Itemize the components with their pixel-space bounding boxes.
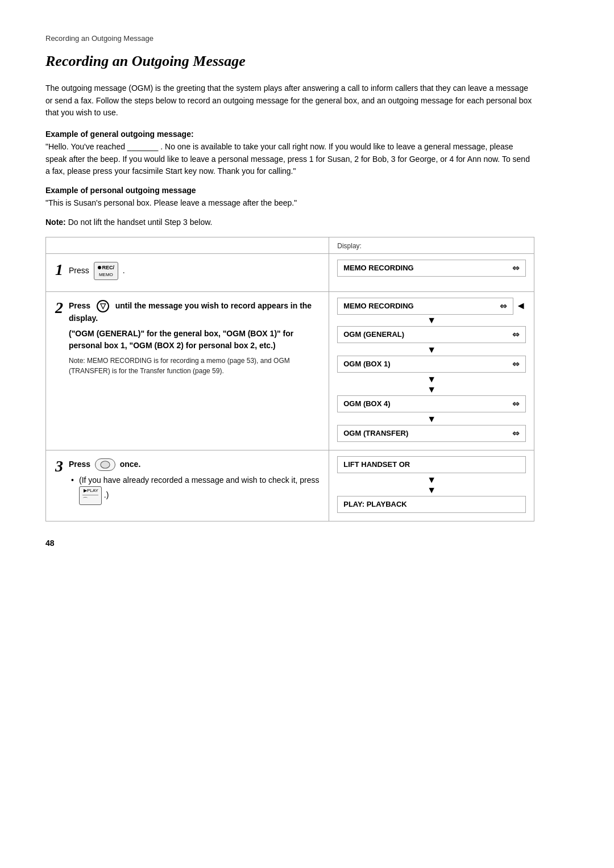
step2-display-ogm-transfer: OGM (TRANSFER) ⇔: [337, 425, 526, 442]
example-general-title: Example of general outgoing message:: [45, 130, 534, 139]
step3-number: 3: [55, 458, 63, 474]
scroll-button[interactable]: ▽: [97, 300, 109, 312]
step3-arrow-down-2: ▼: [337, 486, 526, 495]
arrow-down-1: ▼: [337, 316, 526, 325]
instruction-table: Display: 1 Press REC/ MEMO .: [45, 237, 534, 521]
arrow-down-5: ▼: [337, 415, 526, 424]
example-general-text: "Hello. You've reached _______ . No one …: [45, 141, 534, 178]
step2-display-ogm-box1: OGM (BOX 1) ⇔: [337, 356, 526, 373]
svg-point-0: [101, 461, 110, 469]
page-number: 48: [45, 539, 569, 548]
note-paragraph: Note: Do not lift the handset until Step…: [45, 218, 534, 227]
stop-button[interactable]: [95, 458, 115, 471]
step1-display-memo-recording: MEMO RECORDING ⇔: [337, 260, 526, 277]
example-personal-title: Example of personal outgoing message: [45, 186, 534, 195]
arrow-down-4: ▼: [337, 385, 526, 394]
arrow-down-3: ▼: [337, 375, 526, 384]
step1-row: 1 Press REC/ MEMO . MEMO RECORDING ⇔: [46, 253, 534, 291]
page-title: Recording an Outgoing Message: [45, 53, 569, 70]
step3-bullet-list: (If you have already recorded a message …: [69, 474, 320, 505]
step3-bullet-item: (If you have already recorded a message …: [69, 474, 320, 505]
step2-number: 2: [55, 300, 63, 316]
step2-instruction: Press ▽ until the message you wish to re…: [69, 300, 320, 324]
breadcrumb: Recording an Outgoing Message: [45, 34, 569, 43]
step1-number: 1: [55, 262, 63, 278]
step2-sub-note: Note: MEMO RECORDING is for recording a …: [69, 356, 320, 376]
step3-display-play-playback: PLAY: PLAYBACK: [337, 496, 526, 513]
example-general-section: Example of general outgoing message: "He…: [45, 130, 534, 178]
display-label: Display:: [337, 242, 362, 250]
play-button[interactable]: ▶PLAY ⌒: [79, 486, 102, 505]
step2-bold-instruction: ("OGM (GENERAL)" for the general box, "O…: [69, 328, 320, 352]
step2-display-memo: MEMO RECORDING ⇔: [337, 298, 513, 315]
selector-indicator: ◄: [516, 300, 526, 312]
step3-arrow-down-1: ▼: [337, 475, 526, 485]
step3-instruction: Press once.: [69, 458, 320, 471]
intro-paragraph: The outgoing message (OGM) is the greeti…: [45, 82, 534, 119]
step1-instruction: Press REC/ MEMO .: [69, 262, 125, 280]
rec-memo-button[interactable]: REC/ MEMO: [94, 262, 119, 280]
example-personal-section: Example of personal outgoing message "Th…: [45, 186, 534, 210]
step2-display-ogm-general: OGM (GENERAL) ⇔: [337, 326, 526, 343]
step3-row: 3 Press once. (If you have already recor…: [46, 450, 534, 521]
arrow-down-2: ▼: [337, 345, 526, 354]
step2-display-ogm-box4: OGM (BOX 4) ⇔: [337, 395, 526, 412]
table-header-row: Display:: [46, 237, 534, 253]
example-personal-text: "This is Susan's personal box. Please le…: [45, 197, 534, 210]
step2-row: 2 Press ▽ until the message you wish to …: [46, 291, 534, 450]
step3-display-lift-handset: LIFT HANDSET OR: [337, 456, 526, 473]
